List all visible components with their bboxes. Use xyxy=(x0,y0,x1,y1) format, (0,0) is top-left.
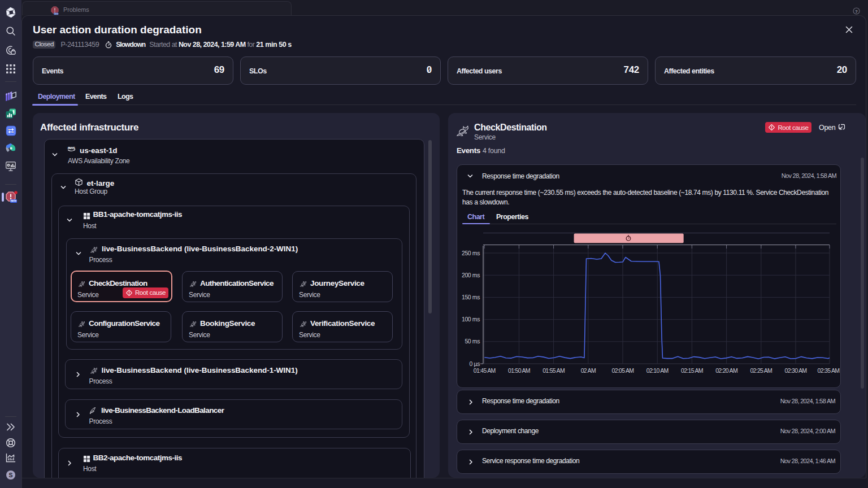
svg-text:02:15 AM: 02:15 AM xyxy=(681,367,703,374)
svg-text:01:50 AM: 01:50 AM xyxy=(508,367,530,374)
svg-text:01:55 AM: 01:55 AM xyxy=(542,367,565,374)
svg-text:02 AM: 02 AM xyxy=(581,367,596,374)
svg-text:02:05 AM: 02:05 AM xyxy=(612,367,634,374)
svg-text:0 µs: 0 µs xyxy=(470,360,480,367)
svg-text:?: ? xyxy=(855,8,858,14)
svg-text:02:35 AM: 02:35 AM xyxy=(818,367,840,374)
svg-text:02:25 AM: 02:25 AM xyxy=(750,367,772,374)
svg-text:200 ms: 200 ms xyxy=(462,272,480,278)
svg-text:50 ms: 50 ms xyxy=(465,338,480,345)
svg-text:250 ms: 250 ms xyxy=(462,250,480,256)
svg-text:02:20 AM: 02:20 AM xyxy=(715,367,737,374)
svg-text:NEW: NEW xyxy=(54,13,58,15)
svg-text:150 ms: 150 ms xyxy=(462,294,480,300)
svg-text:100 ms: 100 ms xyxy=(462,316,480,323)
svg-text:02:10 AM: 02:10 AM xyxy=(646,367,669,374)
svg-text:01:45 AM: 01:45 AM xyxy=(474,367,496,374)
svg-text:02:30 AM: 02:30 AM xyxy=(785,367,807,374)
